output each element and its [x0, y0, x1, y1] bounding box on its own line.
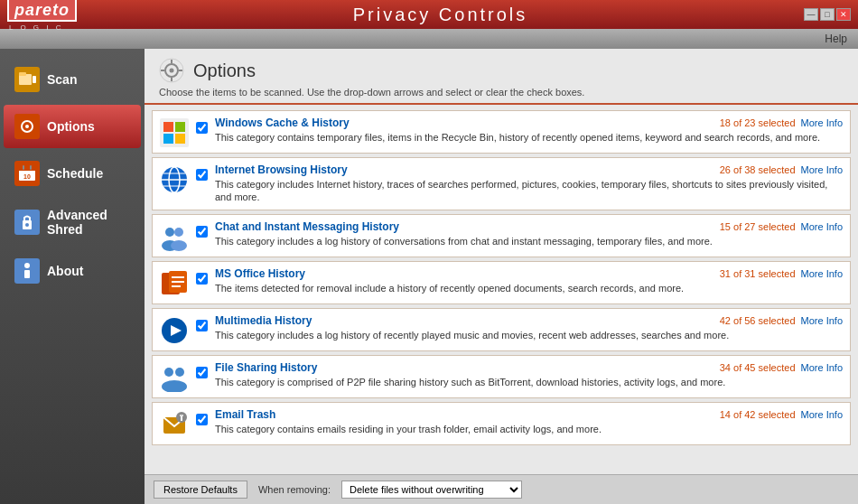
schedule-icon: 10 [14, 161, 40, 186]
page-description: Choose the items to be scanned. Use the … [159, 87, 844, 98]
restore-defaults-button[interactable]: Restore Defaults [154, 481, 247, 499]
svg-rect-10 [23, 165, 24, 170]
option-title-internet-browsing[interactable]: Internet Browsing History [215, 163, 348, 176]
minimize-button[interactable]: — [804, 8, 818, 21]
option-content-windows-cache: Windows Cache & History 18 of 23 selecte… [215, 117, 843, 144]
svg-point-49 [162, 380, 187, 392]
option-title-file-sharing[interactable]: File Sharing History [215, 361, 317, 374]
svg-point-17 [24, 263, 30, 268]
option-more-email-trash[interactable]: More Info [801, 409, 843, 420]
main-layout: Scan Options 10 [0, 49, 858, 504]
logo-area: pareto L O G I C [7, 0, 77, 32]
option-title-ms-office[interactable]: MS Office History [215, 267, 305, 280]
option-checkbox-chat-messaging[interactable] [196, 226, 208, 238]
svg-rect-30 [175, 134, 185, 144]
help-bar: Help [0, 29, 858, 49]
maximize-button[interactable]: □ [820, 8, 835, 21]
sidebar-item-options[interactable]: Options [4, 105, 141, 148]
svg-rect-3 [33, 76, 36, 83]
option-more-multimedia[interactable]: More Info [801, 315, 843, 326]
sidebar-about-label: About [47, 264, 83, 278]
option-checkbox-file-sharing[interactable] [196, 367, 208, 378]
page-header: Options Choose the items to be scanned. … [145, 49, 858, 105]
logo-sub: L O G I C [9, 23, 77, 32]
option-checkbox-windows-cache[interactable] [196, 122, 208, 134]
option-desc-multimedia: This category includes a log history of … [215, 329, 843, 341]
option-checkbox-ms-office[interactable] [196, 273, 208, 285]
option-title-multimedia[interactable]: Multimedia History [215, 314, 312, 327]
option-item-ms-office: MS Office History 31 of 31 selected More… [152, 261, 851, 304]
option-more-chat-messaging[interactable]: More Info [801, 221, 843, 232]
svg-point-21 [170, 69, 174, 73]
svg-rect-42 [172, 276, 184, 278]
about-icon [14, 258, 40, 284]
option-icon-internet-browsing [160, 165, 189, 194]
when-removing-label: When removing: [258, 484, 331, 495]
option-item-internet-browsing: Internet Browsing History 26 of 38 selec… [152, 157, 851, 210]
bottom-bar: Restore Defaults When removing: Delete f… [145, 474, 858, 504]
svg-rect-22 [171, 60, 173, 63]
svg-point-48 [175, 368, 184, 377]
option-item-multimedia: Multimedia History 42 of 56 selected Mor… [152, 308, 851, 351]
svg-rect-24 [161, 70, 164, 71]
sidebar-item-schedule[interactable]: 10 Schedule [4, 152, 141, 195]
svg-rect-43 [172, 281, 184, 283]
svg-rect-18 [24, 270, 30, 278]
option-desc-email-trash: This category contains emails residing i… [215, 423, 843, 435]
option-title-chat-messaging[interactable]: Chat and Instant Messaging History [215, 220, 399, 233]
logo: pareto [7, 0, 77, 22]
removing-select[interactable]: Delete files without overwritingOverwrit… [341, 481, 522, 499]
svg-rect-27 [163, 122, 173, 132]
advanced-shred-icon [14, 210, 40, 235]
option-desc-chat-messaging: This category includes a log history of … [215, 235, 843, 247]
option-title-email-trash[interactable]: Email Trash [215, 408, 275, 421]
option-count-multimedia: 42 of 56 selected [720, 315, 796, 326]
sidebar-item-about[interactable]: About [4, 249, 141, 293]
svg-point-37 [174, 228, 183, 237]
option-icon-ms-office [160, 269, 189, 298]
svg-rect-25 [179, 70, 182, 71]
option-more-ms-office[interactable]: More Info [801, 268, 843, 279]
option-count-chat-messaging: 15 of 27 selected [720, 221, 796, 232]
window-controls: — □ ✕ [804, 8, 851, 21]
option-content-file-sharing: File Sharing History 34 of 45 selected M… [215, 361, 843, 388]
option-count-windows-cache: 18 of 23 selected [720, 117, 796, 128]
option-item-email-trash: Email Trash 14 of 42 selected More Info … [152, 402, 851, 445]
option-item-file-sharing: File Sharing History 34 of 45 selected M… [152, 355, 851, 398]
option-count-email-trash: 14 of 42 selected [720, 409, 796, 420]
sidebar-scan-label: Scan [47, 72, 77, 87]
option-more-file-sharing[interactable]: More Info [801, 362, 843, 373]
option-icon-email-trash [160, 410, 189, 439]
option-more-internet-browsing[interactable]: More Info [801, 164, 843, 175]
option-count-internet-browsing: 26 of 38 selected [720, 164, 796, 175]
option-desc-windows-cache: This category contains temporary files, … [215, 131, 843, 144]
option-content-email-trash: Email Trash 14 of 42 selected More Info … [215, 408, 843, 435]
option-item-chat-messaging: Chat and Instant Messaging History 15 of… [152, 214, 851, 257]
option-more-windows-cache[interactable]: More Info [801, 117, 843, 128]
option-icon-windows-cache [160, 118, 189, 147]
option-checkbox-internet-browsing[interactable] [196, 169, 208, 181]
scan-icon [14, 67, 40, 92]
option-desc-internet-browsing: This category includes Internet history,… [215, 178, 843, 204]
svg-rect-2 [19, 72, 26, 76]
svg-point-39 [171, 240, 187, 251]
page-title: Options [193, 61, 256, 81]
option-content-ms-office: MS Office History 31 of 31 selected More… [215, 267, 843, 294]
svg-rect-11 [30, 165, 32, 170]
close-button[interactable]: ✕ [836, 8, 851, 21]
svg-rect-23 [171, 78, 173, 81]
sidebar-item-advanced-shred[interactable]: Advanced Shred [4, 199, 141, 246]
option-checkbox-multimedia[interactable] [196, 320, 208, 331]
sidebar-options-label: Options [47, 119, 95, 134]
option-checkbox-email-trash[interactable] [196, 414, 208, 425]
option-title-windows-cache[interactable]: Windows Cache & History [215, 117, 350, 129]
option-content-internet-browsing: Internet Browsing History 26 of 38 selec… [215, 163, 843, 204]
options-icon [14, 114, 40, 139]
option-item-windows-cache: Windows Cache & History 18 of 23 selecte… [152, 110, 851, 154]
svg-point-6 [25, 125, 29, 128]
help-link[interactable]: Help [825, 33, 847, 45]
sidebar-item-scan[interactable]: Scan [4, 58, 141, 101]
option-count-file-sharing: 34 of 45 selected [720, 362, 796, 373]
sidebar-shred-label: Advanced Shred [47, 208, 130, 237]
page-options-icon [159, 58, 184, 83]
